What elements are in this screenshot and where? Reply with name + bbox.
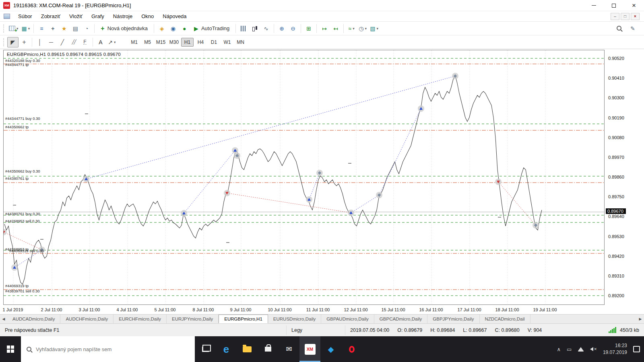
taskbar-mail-button[interactable]: ✉: [279, 336, 299, 362]
timeframe-w1[interactable]: W1: [221, 38, 233, 47]
action-center-icon[interactable]: [633, 346, 640, 352]
menu-okno[interactable]: Okno: [137, 12, 158, 21]
navigator-button[interactable]: ★: [58, 23, 70, 34]
profiles-button[interactable]: ▦▾: [20, 23, 32, 34]
battery-icon[interactable]: ▭: [567, 346, 572, 352]
mdi-restore-button[interactable]: □: [621, 13, 630, 20]
chevron-down-icon[interactable]: ▾: [114, 40, 116, 44]
bar-chart-button[interactable]: [238, 23, 249, 34]
market-watch-button[interactable]: ≡: [36, 23, 47, 34]
expert-advisors-button[interactable]: ◉: [167, 23, 179, 34]
mdi-minimize-button[interactable]: –: [611, 13, 619, 20]
chevron-down-icon[interactable]: ▾: [28, 27, 30, 31]
timeframe-m5[interactable]: M5: [141, 38, 154, 47]
chart-tab-eurchfmicro-daily[interactable]: EURCHFmicro,Daily: [114, 315, 167, 323]
tab-scroll-left-button[interactable]: ◀: [0, 315, 7, 323]
chart-tab-audchfmicro-daily[interactable]: AUDCHFmicro,Daily: [60, 315, 114, 323]
chart-tab-gbpcadmicro-daily[interactable]: GBPCADmicro,Daily: [374, 315, 427, 323]
mdi-close-button[interactable]: ×: [631, 13, 640, 20]
menu-grafy[interactable]: Grafy: [87, 12, 109, 21]
metaeditor-button[interactable]: ◈: [156, 23, 167, 34]
chart-tab-nzdcadmicro-dail[interactable]: NZDCADmicro,Dail: [480, 315, 530, 323]
feedback-button[interactable]: ✎: [627, 23, 638, 34]
line-chart-button[interactable]: ∿: [260, 23, 272, 34]
chart-tab-eurjpymicro-daily[interactable]: EURJPYmicro,Daily: [167, 315, 219, 323]
timeframe-h4[interactable]: H4: [194, 38, 207, 47]
indicators-button[interactable]: ≈▾: [346, 23, 357, 34]
menu-napoveda[interactable]: Nápoveda: [158, 12, 191, 21]
chevron-down-icon[interactable]: ▾: [353, 27, 355, 31]
templates-button[interactable]: ▧▾: [368, 23, 380, 34]
start-button[interactable]: [0, 336, 21, 362]
ea-status-button[interactable]: ●: [179, 23, 190, 34]
volume-muted-icon[interactable]: ✕: [590, 347, 597, 351]
status-profile-name[interactable]: Legy: [291, 327, 302, 333]
text-tool-button[interactable]: A: [95, 37, 106, 47]
search-input[interactable]: [36, 346, 190, 352]
chevron-down-icon[interactable]: ▾: [376, 27, 378, 31]
candlestick-chart-button[interactable]: [249, 23, 260, 34]
taskbar-vscode-button[interactable]: ◆: [320, 336, 341, 362]
vertical-line-tool-button[interactable]: │: [34, 37, 45, 47]
wifi-icon[interactable]: [578, 347, 584, 352]
zoom-in-icon: ⊕: [279, 26, 284, 31]
menu-nastroje[interactable]: Nástroje: [109, 12, 137, 21]
autotrading-button[interactable]: ▶AutoTrading: [190, 23, 233, 34]
taskbar-opera-button[interactable]: [341, 336, 362, 362]
taskbar-store-button[interactable]: [258, 336, 279, 362]
tray-chevron-icon[interactable]: ∧: [557, 346, 561, 352]
new-chart-button[interactable]: +▾: [7, 23, 20, 34]
strategy-tester-button[interactable]: ◔: [81, 23, 92, 34]
terminal-button[interactable]: ▤: [70, 23, 81, 34]
task-view-button[interactable]: [195, 336, 216, 362]
time-axis[interactable]: 1 Jul 20192 Jul 11:003 Jul 11:004 Jul 11…: [3, 306, 605, 315]
channel-tool-button[interactable]: ╱╱: [68, 37, 79, 47]
taskbar-explorer-button[interactable]: [237, 336, 258, 362]
tab-scroll-right-button[interactable]: ▶: [637, 315, 644, 323]
price-axis-label: 0.89200: [608, 293, 624, 298]
taskbar-edge-button[interactable]: e: [216, 336, 237, 362]
timeframe-m15[interactable]: M15: [155, 38, 167, 47]
menu-subor[interactable]: Súbor: [14, 12, 37, 21]
timeframe-d1[interactable]: D1: [208, 38, 220, 47]
periods-button[interactable]: ◷▾: [357, 23, 368, 34]
chart-tab-eurgbpmicro-h1[interactable]: EURGBPmicro,H1: [219, 315, 268, 323]
search-button[interactable]: [613, 23, 625, 34]
cursor-tool-button[interactable]: ◤: [7, 37, 19, 47]
price-chart[interactable]: [4, 50, 604, 304]
taskbar-xm-mt4-button[interactable]: XM: [299, 336, 320, 362]
fibonacci-tool-button[interactable]: F: [79, 37, 91, 47]
trendline-tool-button[interactable]: ╱: [57, 37, 68, 47]
new-order-button[interactable]: +Nová objednávka: [97, 23, 152, 34]
chart-tab-gbpjpymicro-daily[interactable]: GBPJPYmicro,Daily: [427, 315, 479, 323]
chart-window-icon[interactable]: [4, 14, 10, 19]
tile-windows-button[interactable]: ⊞: [303, 23, 314, 34]
menu-vlozit[interactable]: Vložiť: [65, 12, 87, 21]
minimize-button[interactable]: [584, 0, 604, 11]
restore-button[interactable]: [604, 0, 624, 11]
timeframe-m1[interactable]: M1: [128, 38, 140, 47]
timeframe-mn[interactable]: MN: [234, 38, 247, 47]
toolbar-grip[interactable]: [3, 38, 6, 46]
close-button[interactable]: ×: [624, 0, 644, 11]
crosshair-tool-button[interactable]: +: [19, 37, 30, 47]
menu-zobrazit[interactable]: Zobraziť: [37, 12, 65, 21]
data-window-button[interactable]: +: [47, 23, 58, 34]
chart-shift-button[interactable]: ↤: [330, 23, 341, 34]
chart-tab-gbpaudmicro-daily[interactable]: GBPAUDmicro,Daily: [321, 315, 374, 323]
timeframe-h1[interactable]: H1: [181, 38, 194, 47]
zoom-in-button[interactable]: ⊕: [276, 23, 287, 34]
chart-tab-eurusdmicro-daily[interactable]: EURUSDmicro,Daily: [268, 315, 321, 323]
horizontal-line-tool-button[interactable]: ─: [45, 37, 57, 47]
chart-tab-audcadmicro-daily[interactable]: AUDCADmicro,Daily: [7, 315, 60, 323]
auto-scroll-button[interactable]: ↦: [319, 23, 330, 34]
timeframe-m30[interactable]: M30: [168, 38, 180, 47]
chevron-down-icon[interactable]: ▾: [365, 27, 367, 31]
price-axis[interactable]: 0.89670 0.905200.904100.903000.901900.90…: [605, 50, 644, 305]
toolbar-grip[interactable]: [3, 25, 6, 33]
chart-plot-area[interactable]: EURGBPmicro,H1 0.89615 0.89674 0.89615 0…: [3, 50, 605, 305]
taskbar-search[interactable]: [21, 336, 195, 362]
taskbar-clock[interactable]: 16:23 19.07.2019: [603, 342, 627, 356]
arrows-tool-button[interactable]: ↗▾: [106, 37, 118, 47]
zoom-out-button[interactable]: ⊖: [287, 23, 299, 34]
